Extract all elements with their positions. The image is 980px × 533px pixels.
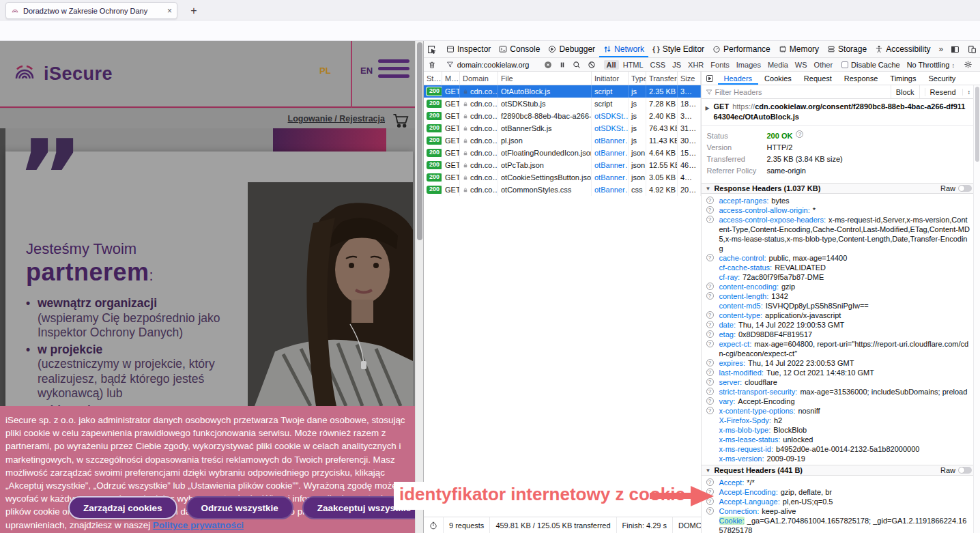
network-request-row[interactable]: 200 GET cdn.co… f2890bc8-88eb-4bac-a266-… xyxy=(424,110,701,122)
resend-button[interactable]: Resend↕ xyxy=(919,85,980,98)
headers-scrollbar[interactable] xyxy=(973,85,980,533)
help-icon[interactable]: ? xyxy=(706,407,714,414)
tab-close-icon[interactable]: × xyxy=(167,6,172,16)
help-icon[interactable]: ? xyxy=(706,359,714,366)
details-tab-headers[interactable]: Headers xyxy=(718,72,759,85)
filter-pill-js[interactable]: JS xyxy=(669,60,684,70)
network-request-row[interactable]: 200 GET cdn.co… otCommonStyles.css otBan… xyxy=(424,184,701,196)
tab-storage[interactable]: Storage xyxy=(823,41,871,57)
clear-filter-icon[interactable] xyxy=(544,61,552,69)
col-status[interactable]: St… xyxy=(424,72,442,85)
details-tab-timings[interactable]: Timings xyxy=(884,72,922,85)
network-request-row[interactable]: 200 GET cdn.co… OtAutoBlock.js script js… xyxy=(424,85,701,98)
block-request-icon[interactable] xyxy=(584,61,599,69)
network-request-row[interactable]: 200 GET cdn.co… otBannerSdk.js otSDKSt… … xyxy=(424,122,701,134)
site-scrollbar[interactable] xyxy=(415,41,423,533)
filter-pill-css[interactable]: CSS xyxy=(648,60,669,70)
col-domain[interactable]: Domain xyxy=(460,72,498,85)
block-button[interactable]: Block xyxy=(891,85,919,98)
tab-memory[interactable]: Memory xyxy=(775,41,823,57)
tab-performance[interactable]: Performance xyxy=(708,41,775,57)
help-icon[interactable]: ? xyxy=(706,378,714,386)
filter-pill-xhr[interactable]: XHR xyxy=(685,60,706,70)
col-transferred[interactable]: Transferred xyxy=(646,72,678,85)
col-size[interactable]: Size xyxy=(678,72,701,85)
help-icon[interactable]: ? xyxy=(706,311,714,319)
expand-caret-icon[interactable]: ▶ xyxy=(706,103,710,113)
help-icon[interactable]: ? xyxy=(706,388,714,395)
col-type[interactable]: Type xyxy=(629,72,646,85)
help-icon[interactable]: ? xyxy=(706,397,714,405)
help-icon[interactable]: ? xyxy=(706,340,714,347)
cart-icon[interactable] xyxy=(392,111,409,129)
details-pause-icon[interactable] xyxy=(702,72,718,85)
clear-requests-icon[interactable] xyxy=(424,61,440,69)
details-tab-cookies[interactable]: Cookies xyxy=(758,72,798,85)
request-headers-section[interactable]: ▼ Request Headers (441 B) Raw xyxy=(702,465,974,476)
tab-network[interactable]: Network xyxy=(599,41,648,57)
help-icon[interactable]: ? xyxy=(706,197,714,204)
filter-headers-input[interactable]: Filter Headers xyxy=(715,88,762,96)
filter-pill-images[interactable]: Images xyxy=(734,60,764,70)
network-settings-gear-icon[interactable] xyxy=(960,60,976,69)
privacy-policy-link[interactable]: Polityce prywatności xyxy=(153,520,244,530)
help-icon[interactable]: ? xyxy=(706,478,714,486)
search-icon[interactable] xyxy=(569,61,584,69)
help-icon[interactable]: ? xyxy=(706,216,714,223)
cookie-button-reject-all[interactable]: Odrzuć wszystkie xyxy=(186,496,293,519)
col-initiator[interactable]: Initiator xyxy=(592,72,629,85)
details-tab-response[interactable]: Response xyxy=(838,72,884,85)
filter-pill-media[interactable]: Media xyxy=(765,60,791,70)
new-tab-button[interactable]: + xyxy=(186,3,202,19)
help-icon[interactable]: ? xyxy=(706,254,714,261)
filter-pill-all[interactable]: All xyxy=(604,60,619,70)
lang-en-button[interactable]: EN xyxy=(360,66,373,76)
filter-pill-fonts[interactable]: Fonts xyxy=(708,60,732,70)
help-icon[interactable]: ? xyxy=(706,206,714,214)
help-icon[interactable]: ? xyxy=(706,283,714,290)
login-register-link[interactable]: Logowanie / Rejestracja xyxy=(288,114,385,124)
lang-pl-button[interactable]: PL xyxy=(319,66,331,76)
throttle-clock[interactable] xyxy=(424,517,444,533)
help-icon[interactable]: ? xyxy=(706,507,714,515)
tab-inspector[interactable]: Inspector xyxy=(442,41,495,57)
help-icon[interactable]: ? xyxy=(706,369,714,376)
help-icon[interactable]: ? xyxy=(796,130,803,138)
site-scrollbar-thumb[interactable] xyxy=(417,42,422,240)
details-tab-security[interactable]: Security xyxy=(922,72,962,85)
isecure-logo[interactable]: iSecure xyxy=(11,60,113,87)
response-headers-section[interactable]: ▼ Response Headers (1.037 KB) Raw xyxy=(702,183,974,194)
cookie-button-manage[interactable]: Zarządzaj cookies xyxy=(68,496,177,519)
details-tab-request[interactable]: Request xyxy=(798,72,838,85)
col-method[interactable]: M… xyxy=(442,72,460,85)
col-file[interactable]: File xyxy=(498,72,592,85)
throttling-dropdown[interactable]: No Throttling ↕ xyxy=(907,61,955,69)
help-icon[interactable]: ? xyxy=(706,330,714,338)
toolbar-overflow-chevron[interactable]: » xyxy=(934,41,947,57)
request-url-line[interactable]: ▶ GEThttps://cdn.cookielaw.org/consent/f… xyxy=(702,99,974,126)
filter-pill-other[interactable]: Other xyxy=(811,60,836,70)
network-request-row[interactable]: 200 GET cdn.co… otCookieSettingsButton.j… xyxy=(424,171,701,184)
responsive-design-icon[interactable] xyxy=(964,45,980,54)
url-filter-input[interactable]: domain:cookielaw.org xyxy=(444,61,552,69)
raw-toggle[interactable] xyxy=(958,467,972,474)
filter-pill-ws[interactable]: WS xyxy=(792,60,810,70)
network-request-row[interactable]: 200 GET cdn.co… otPcTab.json otBanner… j… xyxy=(424,159,701,171)
raw-toggle[interactable] xyxy=(958,185,972,192)
network-request-row[interactable]: 200 GET cdn.co… otFloatingRoundedIcon.js… xyxy=(424,147,701,159)
headers-scrollbar-thumb[interactable] xyxy=(975,87,979,162)
tab-accessibility[interactable]: Accessibility xyxy=(871,41,934,57)
split-console-icon[interactable] xyxy=(947,45,963,54)
filter-pill-html[interactable]: HTML xyxy=(620,60,646,70)
hamburger-menu-icon[interactable] xyxy=(378,59,409,82)
browser-tab[interactable]: Doradztwo w Zakresie Ochrony Dany × xyxy=(5,2,177,19)
disable-cache-checkbox[interactable]: Disable Cache xyxy=(841,61,900,69)
tab-debugger[interactable]: Debugger xyxy=(544,41,599,57)
pause-traffic-icon[interactable] xyxy=(556,61,569,68)
tab-style-editor[interactable]: { }Style Editor xyxy=(648,41,708,57)
network-request-row[interactable]: 200 GET cdn.co… pl.json otBanner… js 11.… xyxy=(424,134,701,147)
help-icon[interactable]: ? xyxy=(706,321,714,328)
pick-element-icon[interactable] xyxy=(424,41,439,57)
help-icon[interactable]: ? xyxy=(706,292,714,300)
network-request-row[interactable]: 200 GET cdn.co… otSDKStub.js script js 7… xyxy=(424,98,701,110)
